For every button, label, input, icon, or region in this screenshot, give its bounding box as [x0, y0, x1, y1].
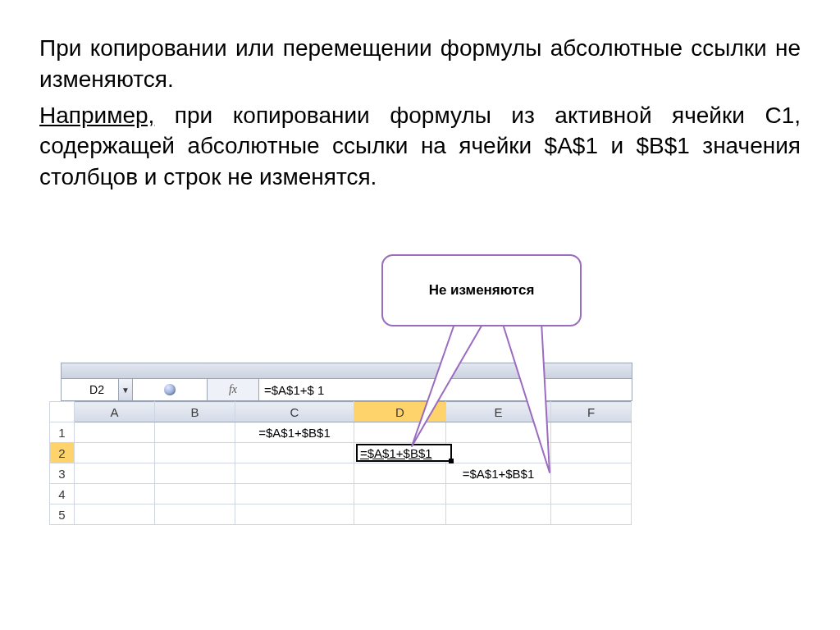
paragraph-2-rest: при копировании формулы из активной ячей…	[39, 103, 801, 190]
cell-d2-text: =$A$1+$B$1	[360, 446, 432, 460]
name-box-value: D2	[89, 383, 104, 396]
col-header-b[interactable]: B	[155, 402, 235, 422]
cell-e1[interactable]	[446, 422, 551, 443]
row-header-2[interactable]: 2	[50, 443, 75, 463]
col-header-a[interactable]: A	[75, 402, 155, 422]
cell-c2[interactable]	[235, 443, 354, 463]
paragraph-2: Например, при копировании формулы из акт…	[39, 100, 801, 193]
cell-b4[interactable]	[155, 484, 235, 504]
cell-f4[interactable]	[551, 484, 632, 504]
paragraph-1: При копировании или перемещении формулы …	[39, 33, 801, 95]
name-box-dropdown-icon[interactable]: ▼	[118, 379, 132, 400]
cell-b3[interactable]	[155, 463, 235, 484]
col-header-c[interactable]: C	[235, 402, 354, 422]
spreadsheet: D2 ▼ fx =$A$1+$ 1 A B C D	[49, 363, 632, 525]
col-header-e[interactable]: E	[446, 402, 551, 422]
cell-b1[interactable]	[155, 422, 235, 443]
cell-a5[interactable]	[75, 504, 155, 525]
cell-f3[interactable]	[551, 463, 632, 484]
row-3: 3 =$A$1+$B$1	[50, 463, 632, 484]
cell-b5[interactable]	[155, 504, 235, 525]
formula-bar-text: =$A$1+$ 1	[264, 383, 324, 397]
grid[interactable]: A B C D E F 1 =$A$1+$B$1 2	[49, 401, 632, 525]
row-header-1[interactable]: 1	[50, 422, 75, 443]
example-label: Например,	[39, 103, 154, 128]
callout-text: Не изменяются	[429, 282, 535, 299]
row-4: 4	[50, 484, 632, 504]
row-header-3[interactable]: 3	[50, 463, 75, 484]
cell-f2[interactable]	[551, 443, 632, 463]
cell-d1[interactable]	[354, 422, 446, 443]
cell-e4[interactable]	[446, 484, 551, 504]
row-5: 5	[50, 504, 632, 525]
cell-d5[interactable]	[354, 504, 446, 525]
row-header-5[interactable]: 5	[50, 504, 75, 525]
fill-handle[interactable]	[449, 459, 454, 463]
cell-a1[interactable]	[75, 422, 155, 443]
cell-d2-active[interactable]: =$A$1+$B$1	[354, 443, 446, 463]
cell-e5[interactable]	[446, 504, 551, 525]
cell-d3[interactable]	[354, 463, 446, 484]
cell-a2[interactable]	[75, 443, 155, 463]
row-header-4[interactable]: 4	[50, 484, 75, 504]
callout-bubble: Не изменяются	[381, 254, 582, 326]
cell-c5[interactable]	[235, 504, 354, 525]
cell-c1[interactable]: =$A$1+$B$1	[235, 422, 354, 443]
toolbar-strip	[61, 363, 632, 378]
fx-button[interactable]: fx	[208, 379, 259, 400]
cell-d4[interactable]	[354, 484, 446, 504]
cell-b2[interactable]	[155, 443, 235, 463]
cell-c4[interactable]	[235, 484, 354, 504]
select-all-corner[interactable]	[50, 402, 75, 422]
formula-name-gap	[133, 379, 208, 400]
formula-bar[interactable]: =$A$1+$ 1	[259, 379, 632, 400]
fx-icon: fx	[229, 383, 237, 396]
cell-c3[interactable]	[235, 463, 354, 484]
cell-a4[interactable]	[75, 484, 155, 504]
row-2: 2 =$A$1+$B$1	[50, 443, 632, 463]
cell-a3[interactable]	[75, 463, 155, 484]
cell-e2[interactable]	[446, 443, 551, 463]
cell-f1[interactable]	[551, 422, 632, 443]
cell-f5[interactable]	[551, 504, 632, 525]
name-box[interactable]: D2 ▼	[62, 379, 133, 400]
cell-e3[interactable]: =$A$1+$B$1	[446, 463, 551, 484]
row-1: 1 =$A$1+$B$1	[50, 422, 632, 443]
col-header-d[interactable]: D	[354, 402, 446, 422]
slide: При копировании или перемещении формулы …	[0, 0, 840, 630]
column-header-row: A B C D E F	[50, 402, 632, 422]
col-header-f[interactable]: F	[551, 402, 632, 422]
circle-icon	[164, 384, 176, 395]
formula-bar-row: D2 ▼ fx =$A$1+$ 1	[61, 378, 632, 401]
